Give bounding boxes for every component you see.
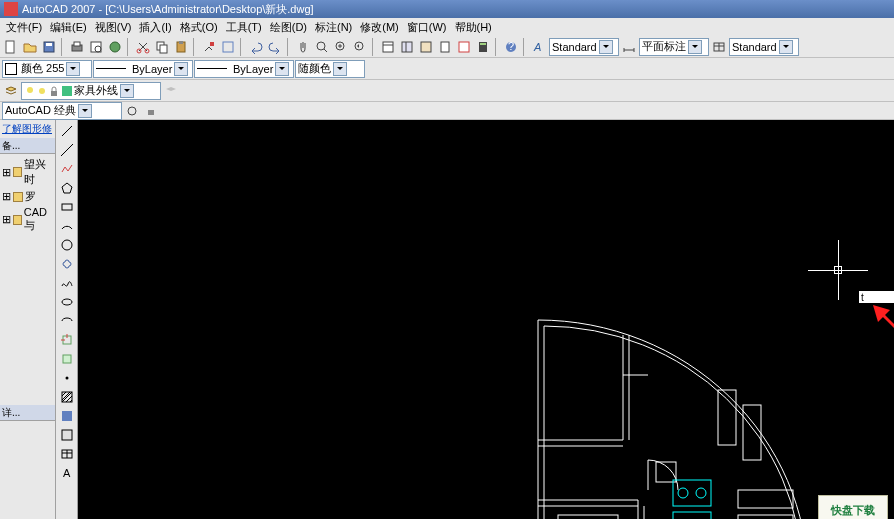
- chevron-down-icon[interactable]: [66, 62, 80, 76]
- revcloud-icon[interactable]: [58, 255, 76, 273]
- circle-icon[interactable]: [58, 236, 76, 254]
- layermanager-icon[interactable]: [2, 82, 20, 100]
- print-icon[interactable]: [68, 38, 86, 56]
- chevron-down-icon[interactable]: [779, 40, 793, 54]
- svg-text:A: A: [63, 467, 71, 479]
- publish-icon[interactable]: [106, 38, 124, 56]
- open-icon[interactable]: [21, 38, 39, 56]
- floorplan-drawing: [78, 120, 894, 519]
- undo-icon[interactable]: [247, 38, 265, 56]
- menu-dimension[interactable]: 标注(N): [311, 20, 356, 35]
- menu-view[interactable]: 视图(V): [91, 20, 136, 35]
- arc-icon[interactable]: [58, 217, 76, 235]
- lineweight-combo[interactable]: ByLayer: [93, 60, 193, 78]
- makeblock-icon[interactable]: [58, 350, 76, 368]
- backup-panel-header[interactable]: 备...: [0, 138, 55, 154]
- menu-insert[interactable]: 插入(I): [135, 20, 175, 35]
- tablestyle-icon[interactable]: [710, 38, 728, 56]
- link-learn-shapes[interactable]: 了解图形修: [0, 120, 55, 138]
- copy-icon[interactable]: [153, 38, 171, 56]
- polygon-icon[interactable]: [58, 179, 76, 197]
- chevron-down-icon[interactable]: [688, 40, 702, 54]
- chevron-down-icon[interactable]: [333, 62, 347, 76]
- chevron-down-icon[interactable]: [120, 84, 134, 98]
- svg-rect-11: [160, 45, 167, 53]
- hatch-icon[interactable]: [58, 388, 76, 406]
- region-icon[interactable]: [58, 426, 76, 444]
- plotstyle-combo[interactable]: 随颜色: [295, 60, 365, 78]
- tree-item[interactable]: ⊞望兴时: [2, 156, 53, 188]
- menu-draw[interactable]: 绘图(D): [266, 20, 311, 35]
- menu-edit[interactable]: 编辑(E): [46, 20, 91, 35]
- matchprop-icon[interactable]: [200, 38, 218, 56]
- menu-format[interactable]: 格式(O): [176, 20, 222, 35]
- textstyle-icon[interactable]: A: [530, 38, 548, 56]
- insertblock-icon[interactable]: [58, 331, 76, 349]
- svg-rect-75: [738, 515, 793, 519]
- drawing-canvas[interactable]: 快盘下载 好盘·安全·速度: [78, 120, 894, 519]
- toolpalettes-icon[interactable]: [417, 38, 435, 56]
- layer-combo[interactable]: 家具外线: [21, 82, 161, 100]
- svg-point-80: [696, 488, 706, 498]
- svg-rect-26: [421, 42, 431, 52]
- textstyle-combo[interactable]: Standard: [549, 38, 619, 56]
- dimstyle-combo[interactable]: 平面标注: [639, 38, 709, 56]
- tablestyle-combo[interactable]: Standard: [729, 38, 799, 56]
- chevron-down-icon[interactable]: [174, 62, 188, 76]
- menu-help[interactable]: 帮助(H): [451, 20, 496, 35]
- workspace-settings-icon[interactable]: [123, 102, 141, 120]
- table-icon[interactable]: [58, 445, 76, 463]
- zoom-realtime-icon[interactable]: [313, 38, 331, 56]
- markup-icon[interactable]: [455, 38, 473, 56]
- paste-icon[interactable]: [172, 38, 190, 56]
- gradient-icon[interactable]: [58, 407, 76, 425]
- dimstyle-value: 平面标注: [642, 39, 686, 54]
- layerprev-icon[interactable]: [162, 82, 180, 100]
- chevron-down-icon[interactable]: [275, 62, 289, 76]
- rectangle-icon[interactable]: [58, 198, 76, 216]
- svg-point-7: [110, 42, 120, 52]
- help-icon[interactable]: ?: [502, 38, 520, 56]
- print-preview-icon[interactable]: [87, 38, 105, 56]
- tree-item[interactable]: ⊞罗: [2, 188, 53, 205]
- ellipsearc-icon[interactable]: [58, 312, 76, 330]
- svg-rect-28: [459, 42, 469, 52]
- svg-point-41: [39, 88, 45, 94]
- designcenter-icon[interactable]: [398, 38, 416, 56]
- workspace-lock-icon[interactable]: [142, 102, 160, 120]
- plotstyle-value: 随颜色: [298, 61, 331, 76]
- workspace-combo[interactable]: AutoCAD 经典: [2, 102, 122, 120]
- sheetset-icon[interactable]: [436, 38, 454, 56]
- menu-file[interactable]: 文件(F): [2, 20, 46, 35]
- menu-modify[interactable]: 修改(M): [356, 20, 403, 35]
- cut-icon[interactable]: [134, 38, 152, 56]
- blockeditor-icon[interactable]: [219, 38, 237, 56]
- xline-icon[interactable]: [58, 141, 76, 159]
- pan-icon[interactable]: [294, 38, 312, 56]
- quickcalc-icon[interactable]: [474, 38, 492, 56]
- menu-window[interactable]: 窗口(W): [403, 20, 451, 35]
- mtext-icon[interactable]: A: [58, 464, 76, 482]
- properties-icon[interactable]: [379, 38, 397, 56]
- tree-label: 罗: [25, 189, 36, 204]
- details-panel-header[interactable]: 详...: [0, 405, 55, 421]
- line-icon[interactable]: [58, 122, 76, 140]
- chevron-down-icon[interactable]: [78, 104, 92, 118]
- dynamic-input[interactable]: [858, 290, 894, 304]
- point-icon[interactable]: [58, 369, 76, 387]
- spline-icon[interactable]: [58, 274, 76, 292]
- polyline-icon[interactable]: [58, 160, 76, 178]
- chevron-down-icon[interactable]: [599, 40, 613, 54]
- lightbulb-icon: [24, 85, 36, 97]
- linetype-combo[interactable]: ByLayer: [194, 60, 294, 78]
- zoom-previous-icon[interactable]: [351, 38, 369, 56]
- new-icon[interactable]: [2, 38, 20, 56]
- dimstyle-icon[interactable]: [620, 38, 638, 56]
- redo-icon[interactable]: [266, 38, 284, 56]
- ellipse-icon[interactable]: [58, 293, 76, 311]
- zoom-window-icon[interactable]: [332, 38, 350, 56]
- tree-item[interactable]: ⊞CAD与: [2, 205, 53, 234]
- menu-tools[interactable]: 工具(T): [222, 20, 266, 35]
- color-combo[interactable]: 颜色 255: [2, 60, 92, 78]
- save-icon[interactable]: [40, 38, 58, 56]
